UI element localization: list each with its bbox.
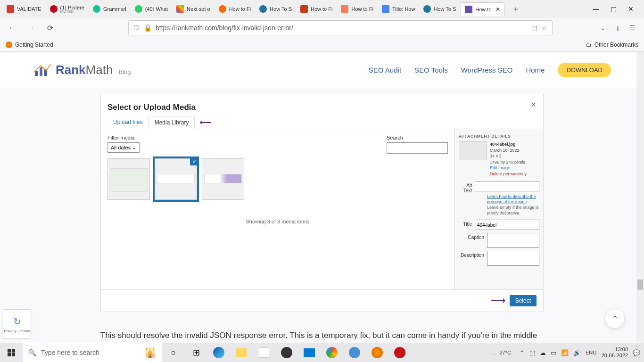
new-tab-button[interactable]: ＋ — [509, 2, 522, 16]
article-content: Select or Upload Media ✕ Upload files Me… — [100, 94, 544, 343]
date-text: 20-06-2022 — [602, 353, 628, 359]
touchpad-icon[interactable]: ⬚ — [529, 349, 535, 356]
media-thumbnail — [107, 158, 150, 200]
shield-icon: 🛡 — [133, 24, 140, 32]
select-button: Select — [510, 295, 537, 306]
browser-tab-active[interactable]: How to✕ — [461, 2, 504, 16]
nav-seo-audit[interactable]: SEO Audit — [369, 66, 401, 74]
tab-title: How To S — [434, 6, 456, 12]
file-explorer-icon[interactable] — [230, 343, 253, 362]
search-input — [387, 142, 448, 154]
caption-label: Caption — [459, 233, 484, 240]
svg-rect-0 — [35, 71, 38, 76]
browser-tab[interactable]: (40) What — [131, 2, 172, 16]
scroll-to-top-button[interactable]: ⌃ — [605, 309, 624, 328]
taskbar-app[interactable]: ⊞ — [185, 343, 207, 362]
tray-chevron-icon[interactable]: ⌃ — [520, 349, 525, 356]
tab-strip: VALIDATE (1) PintereMUTED Grammarl (40) … — [0, 0, 644, 18]
media-modal-screenshot: Select or Upload Media ✕ Upload files Me… — [100, 94, 544, 312]
browser-tab[interactable]: VALIDATE — [3, 2, 45, 16]
browser-tab[interactable]: How to Fi — [215, 2, 255, 16]
search-placeholder: Type here to search — [41, 349, 99, 356]
firefox-icon[interactable] — [366, 343, 388, 362]
opera-red-icon[interactable] — [388, 343, 411, 362]
nav-toolbar: ← → ⟳ 🛡 🔒 https://rankmath.com/blog/fix-… — [0, 18, 644, 38]
alt-text-label: Alt Text — [459, 181, 472, 193]
language-indicator[interactable]: ENG — [586, 350, 597, 355]
browser-tab[interactable]: Grammarl — [89, 2, 130, 16]
chrome-icon[interactable] — [321, 343, 343, 362]
forward-button[interactable]: → — [25, 21, 38, 34]
chevron-up-icon: ⌃ — [612, 314, 618, 323]
library-icon[interactable]: ⫼ — [614, 24, 621, 32]
bookmark-item[interactable]: Getting Started — [6, 41, 53, 48]
system-tray: ☁️ 27°C ⌃ ⬚ ☁ ▭ 📶 🔊 ENG 13:08 20-06-2022… — [490, 346, 644, 359]
edit-image-link: Edit Image — [490, 165, 527, 171]
reader-mode-icon[interactable]: ▤ — [531, 24, 537, 32]
battery-icon[interactable]: ▭ — [551, 349, 556, 356]
recaptcha-badge[interactable]: Privacy - Terms — [3, 309, 31, 338]
page-viewport: RankMath Blog SEO Audit SEO Tools WordPr… — [0, 52, 644, 343]
address-bar[interactable]: 🛡 🔒 https://rankmath.com/blog/fix-invali… — [128, 20, 553, 35]
attachment-size: 34 KB — [490, 153, 527, 159]
browser-tab[interactable]: Next set o — [173, 2, 214, 16]
tab-title: (40) What — [145, 6, 168, 12]
window-close[interactable]: ✕ — [628, 5, 634, 13]
browser-tab[interactable]: (1) PintereMUTED — [46, 2, 88, 16]
bookmark-star-icon[interactable]: ☆ — [541, 24, 547, 32]
wifi-icon[interactable]: 📶 — [561, 349, 569, 356]
description-input — [487, 251, 539, 266]
weather-widget[interactable]: ☁️ 27°C — [490, 350, 511, 356]
attachment-dimensions: 1496 by 241 pixels — [490, 159, 527, 165]
tab-upload-files: Upload files — [107, 116, 149, 129]
nav-seo-tools[interactable]: SEO Tools — [414, 66, 448, 74]
browser-tab[interactable]: How To S — [256, 2, 296, 16]
pocket-icon[interactable]: ⌄ — [600, 24, 606, 32]
tab-close-icon[interactable]: ✕ — [495, 6, 500, 13]
volume-icon[interactable]: 🔊 — [573, 349, 581, 356]
folder-icon: 🗀 — [586, 41, 592, 48]
vertical-scrollbar[interactable] — [636, 52, 644, 343]
browser-tab[interactable]: Title: How — [378, 2, 419, 16]
tab-title: How to Fi — [229, 6, 251, 12]
attachment-filename: 404-label.jpg — [490, 141, 527, 148]
nav-wordpress-seo[interactable]: WordPress SEO — [461, 66, 513, 74]
browser-tab[interactable]: How to Fi — [297, 2, 336, 16]
attachment-date: March 10, 2022 — [490, 148, 527, 154]
clock[interactable]: 13:08 20-06-2022 — [602, 346, 628, 359]
time-text: 13:08 — [602, 346, 628, 353]
logo-icon — [33, 63, 52, 78]
modal-close-icon: ✕ — [531, 101, 537, 108]
back-button[interactable]: ← — [6, 21, 19, 34]
edge-icon[interactable] — [207, 343, 230, 362]
browser-tab[interactable]: How To S — [420, 2, 460, 16]
firefox-icon — [6, 41, 12, 48]
nav-home[interactable]: Home — [526, 66, 545, 74]
window-minimize[interactable]: — — [593, 5, 599, 13]
site-logo[interactable]: RankMath Blog — [33, 63, 131, 78]
delete-permanently-link: Delete permanently — [490, 171, 527, 177]
taskbar-search[interactable]: 🔍 Type here to search 🕌 — [23, 343, 162, 362]
store-icon[interactable] — [253, 343, 275, 362]
browser-tab[interactable]: How to Fi — [337, 2, 377, 16]
onedrive-icon[interactable]: ☁ — [540, 349, 546, 356]
notifications-icon[interactable]: 💬 — [633, 349, 640, 356]
scrollbar-thumb[interactable] — [637, 280, 643, 290]
mail-icon[interactable] — [298, 343, 321, 362]
reload-button[interactable]: ⟳ — [43, 21, 57, 34]
site-header: RankMath Blog SEO Audit SEO Tools WordPr… — [0, 52, 644, 88]
tab-media-library: Media Library — [149, 116, 195, 129]
media-thumbnail — [202, 158, 244, 200]
qbittorrent-icon[interactable] — [343, 343, 366, 362]
other-bookmarks[interactable]: 🗀 Other Bookmarks — [586, 41, 638, 48]
media-thumbnail-selected: ✓ — [155, 158, 197, 200]
cloud-icon: ☁️ — [490, 350, 496, 356]
window-maximize[interactable]: ▢ — [611, 5, 617, 13]
menu-icon[interactable]: ☰ — [629, 24, 636, 32]
windows-icon — [8, 349, 15, 356]
weather-temp: 27°C — [499, 350, 511, 355]
opera-icon[interactable] — [275, 343, 298, 362]
start-button[interactable] — [0, 343, 23, 362]
download-button[interactable]: DOWNLOAD — [558, 63, 611, 77]
task-view-button[interactable]: ○ — [162, 343, 185, 362]
